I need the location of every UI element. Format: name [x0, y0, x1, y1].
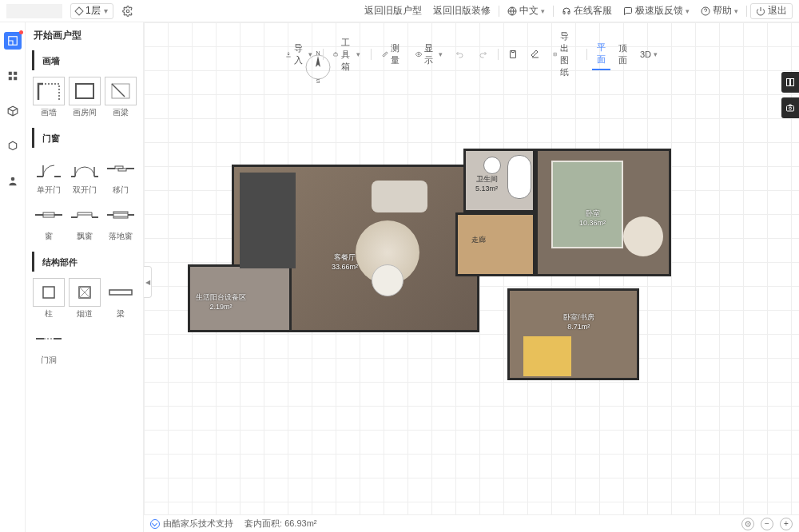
opening-icon [33, 324, 65, 353]
floor-label: 1层 [85, 4, 101, 18]
double-door-icon [69, 154, 101, 183]
undo-button[interactable] [451, 46, 470, 62]
topbar: 1层 ▾ 返回旧版户型 返回旧版装修 中文▾ 在线客服 极速版反馈▾ 帮助▾ [0, 0, 799, 22]
tool-single-door[interactable]: 单开门 [30, 151, 66, 197]
message-icon [623, 6, 633, 16]
tool-draw-beam[interactable]: 画梁 [102, 73, 138, 120]
eraser-icon [531, 50, 540, 59]
layout-toggle-button[interactable] [781, 72, 799, 93]
window-icon [33, 200, 65, 229]
svg-point-0 [126, 10, 129, 13]
svg-point-28 [789, 107, 792, 109]
clipboard-button[interactable] [503, 46, 523, 62]
tool-floor-window[interactable]: 落地窗 [102, 197, 138, 244]
help-icon [701, 6, 710, 16]
tool-beam[interactable]: 梁 [102, 275, 138, 321]
chevron-down-icon: ▾ [734, 7, 738, 15]
panel-collapse-handle[interactable]: ◀ [144, 266, 152, 298]
draw-beam-icon [105, 77, 137, 105]
tool-column[interactable]: 柱 [30, 275, 66, 321]
tool-sliding-door[interactable]: 移门 [102, 151, 138, 197]
view-top-tab[interactable]: 顶面 [614, 39, 632, 69]
draw-wall-icon [33, 77, 65, 105]
flue-icon [69, 278, 101, 307]
redo-button[interactable] [473, 46, 492, 62]
view-plan-tab[interactable]: 平面 [592, 38, 610, 70]
tool-window[interactable]: 窗 [30, 197, 66, 244]
zoom-in-button[interactable]: + [780, 518, 793, 530]
svg-rect-6 [8, 77, 11, 80]
svg-rect-25 [787, 79, 790, 86]
draw-room-icon [69, 77, 101, 105]
export-drawing-button[interactable]: 导出图纸 [548, 27, 580, 81]
tool-double-door[interactable]: 双开门 [66, 151, 102, 197]
rail-floorplan-button[interactable] [4, 32, 22, 50]
feedback-button[interactable]: 极速版反馈▾ [618, 2, 694, 20]
import-button[interactable]: 导入▾ [280, 39, 317, 69]
redo-icon [478, 50, 487, 59]
svg-rect-5 [14, 72, 17, 75]
tool-flue[interactable]: 烟道 [66, 275, 102, 321]
tool-panel: 开始画户型 画墙 画墙 画房间 画梁 门窗 单开门 双开门 移门 [26, 22, 144, 532]
eraser-button[interactable] [526, 46, 545, 62]
chevron-down-icon: ▾ [686, 7, 690, 15]
headset-icon [562, 6, 571, 16]
rail-person-button[interactable] [4, 173, 22, 190]
toolbox-button[interactable]: 工具箱▾ [328, 34, 365, 76]
tool-draw-wall[interactable]: 画墙 [30, 73, 66, 120]
clipboard-icon [508, 50, 518, 59]
svg-rect-23 [511, 51, 516, 58]
exit-button[interactable]: 退出 [750, 3, 793, 19]
online-service-button[interactable]: 在线客服 [557, 2, 617, 20]
globe-icon [507, 6, 517, 16]
icon-rail [0, 22, 26, 532]
chevron-down-icon: ▾ [541, 7, 545, 15]
canvas[interactable]: N S 导入▾ 工具箱▾ 测量 显示▾ [144, 22, 799, 514]
measure-button[interactable]: 测量 [377, 39, 407, 69]
view-3d-tab[interactable]: 3D▾ [635, 46, 662, 62]
svg-rect-7 [14, 77, 17, 80]
sliding-door-icon [105, 154, 137, 183]
section-wall-title: 画墙 [32, 50, 143, 70]
area-readout: 套内面积: 66.93m² [244, 518, 316, 530]
tool-bay-window[interactable]: 飘窗 [66, 197, 102, 244]
floor-selector[interactable]: 1层 ▾ [70, 3, 113, 19]
camera-button[interactable] [781, 97, 799, 118]
floorplan[interactable]: 客餐厅33.66m² 卫生间5.13m² 走廊 卧室10.36m² 卧室/书房8… [188, 141, 683, 380]
floor-window-icon [105, 200, 137, 229]
tool-draw-room[interactable]: 画房间 [66, 73, 102, 120]
language-selector[interactable]: 中文▾ [503, 2, 550, 20]
help-button[interactable]: 帮助▾ [696, 2, 743, 20]
floor-icon [74, 6, 83, 15]
undo-icon [455, 50, 465, 59]
svg-rect-21 [334, 54, 338, 56]
eye-icon [415, 50, 422, 59]
zoom-reset-button[interactable]: ⊙ [741, 518, 754, 530]
statusbar: 由酷家乐技术支持 套内面积: 66.93m² ⊙ − + [144, 514, 799, 532]
svg-rect-17 [109, 290, 132, 295]
display-button[interactable]: 显示▾ [411, 39, 447, 69]
ruler-icon [382, 50, 388, 59]
back-old-model-button[interactable]: 返回旧版户型 [360, 2, 427, 20]
rail-cube-button[interactable] [4, 102, 22, 120]
svg-rect-14 [113, 212, 128, 218]
tool-opening[interactable]: 门洞 [30, 321, 66, 367]
power-icon [756, 6, 765, 16]
rail-hex-button[interactable] [4, 137, 22, 155]
svg-rect-15 [43, 287, 54, 298]
import-icon [285, 50, 292, 59]
svg-point-22 [418, 54, 419, 55]
svg-point-8 [10, 177, 14, 181]
rail-grid-button[interactable] [4, 67, 22, 85]
canvas-toolbar: 导入▾ 工具箱▾ 测量 显示▾ 导出图纸 [280, 27, 662, 81]
zoom-out-button[interactable]: − [761, 518, 773, 530]
zoom-controls: ⊙ − + [741, 518, 793, 530]
brand-icon [150, 519, 160, 529]
toolbox-icon [333, 50, 338, 59]
svg-rect-27 [787, 106, 794, 112]
settings-button[interactable] [120, 3, 136, 19]
back-old-decor-button[interactable]: 返回旧版装修 [428, 2, 495, 20]
svg-rect-12 [118, 169, 126, 171]
logo [6, 4, 62, 18]
svg-rect-4 [8, 72, 11, 75]
